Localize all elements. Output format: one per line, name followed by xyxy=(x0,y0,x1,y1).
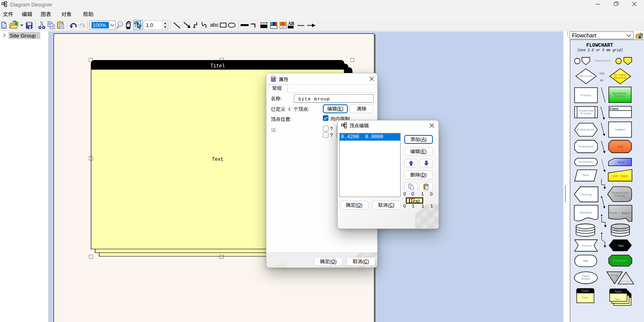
svg-text:Process: Process xyxy=(581,112,592,115)
svg-text:Display: Display xyxy=(615,195,625,197)
svg-text:Processor: Processor xyxy=(613,260,627,262)
svg-text:abc: abc xyxy=(210,22,219,28)
svg-text:Text: Text xyxy=(582,297,588,299)
svg-text:Connectors: Connectors xyxy=(595,60,611,62)
svg-text:Titel: Titel xyxy=(614,291,622,293)
svg-text:Predefined: Predefined xyxy=(578,110,594,112)
svg-text:Output: Output xyxy=(581,278,590,280)
svg-text:Input: Input xyxy=(582,275,590,278)
svg-text:YES: YES xyxy=(599,72,605,75)
svg-text:100%: 100% xyxy=(93,22,106,28)
svg-text:Note: Note xyxy=(618,161,624,164)
svg-text:Terminator: Terminator xyxy=(578,161,594,164)
svg-text:Preparation: Preparation xyxy=(578,129,594,131)
svg-text:Process: Process xyxy=(615,95,625,98)
svg-text:RAM: RAM xyxy=(583,260,588,263)
svg-text:User Input: User Input xyxy=(613,175,628,178)
svg-text:Text: Text xyxy=(614,298,621,301)
svg-text:Process: Process xyxy=(581,94,592,97)
svg-text:FLOWCHART: FLOWCHART xyxy=(586,43,613,48)
svg-text:Assembler: Assembler xyxy=(613,92,627,95)
svg-text:Data: Data xyxy=(583,174,589,177)
svg-text:NO: NO xyxy=(600,79,603,82)
svg-text:Print / Report: Print / Report xyxy=(609,212,631,215)
svg-text:Titel: Titel xyxy=(581,290,589,293)
svg-text:Merge: Merge xyxy=(611,274,618,277)
svg-text:Terminator: Terminator xyxy=(578,145,594,148)
svg-text:Display: Display xyxy=(582,193,592,196)
svg-text:Titel: Titel xyxy=(210,63,225,69)
svg-text:Document: Document xyxy=(580,212,592,214)
svg-text:Decision: Decision xyxy=(580,75,592,78)
svg-text:On-Input: On-Input xyxy=(614,74,627,77)
svg-text:Jump: Jump xyxy=(617,145,623,148)
svg-text:Decision: Decision xyxy=(614,77,627,79)
svg-text:AB: AB xyxy=(288,21,294,26)
svg-text:Text: Text xyxy=(212,157,224,162)
svg-text:Device: Device xyxy=(582,245,591,247)
svg-text:(Use 2.5 or 5 mm grid): (Use 2.5 or 5 mm grid) xyxy=(577,48,623,52)
svg-text:Extract: Extract xyxy=(621,280,632,283)
svg-text:Tape: Tape xyxy=(617,245,624,247)
svg-text:Disk: Disk xyxy=(582,228,588,231)
svg-text:1.0: 1.0 xyxy=(146,22,153,28)
svg-text:Comment: Comment xyxy=(615,129,625,131)
svg-text:Database: Database xyxy=(614,228,627,231)
svg-text:Interactive: Interactive xyxy=(611,192,628,195)
svg-text:Class: Class xyxy=(610,107,619,110)
